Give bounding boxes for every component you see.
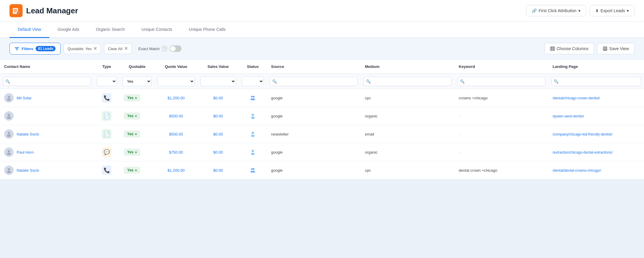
- header-left: 🔍 Lead Manager: [10, 4, 78, 17]
- landing-page-link[interactable]: /extraction/chicago-dental-extractions/: [553, 150, 613, 155]
- quotable-tag-label: Quotable: Yes: [67, 47, 91, 51]
- landing-page-cell: /dental/dental-crowns-chicago/: [548, 161, 644, 179]
- filter-source-cell: 🔍: [267, 74, 361, 89]
- landing-page-link[interactable]: /dental/chicago-crown-dentist/: [553, 96, 600, 100]
- landing-page-cell: /company/chicago-kid-friendly-dentist/: [548, 125, 644, 143]
- search-icon: 🔍: [554, 79, 558, 84]
- quotable-dropdown-button[interactable]: Yes ▾: [124, 149, 141, 156]
- app-logo-icon: 🔍: [10, 4, 23, 17]
- col-medium: Medium: [361, 60, 454, 74]
- medium-cell: organic: [361, 107, 454, 125]
- contact-name-link[interactable]: Paul Horn: [17, 150, 34, 155]
- svg-point-17: [251, 96, 253, 98]
- table-filter-row: 🔍 Yes No: [0, 74, 644, 89]
- source-filter-input[interactable]: [270, 77, 358, 86]
- chevron-down-icon: ▾: [578, 8, 580, 13]
- choose-columns-label: Choose Columns: [557, 46, 588, 51]
- filters-button[interactable]: Filters 81 Leads: [10, 43, 61, 55]
- quotable-dropdown-button[interactable]: Yes ▾: [124, 130, 141, 138]
- sales-value-cell: $0.00: [198, 89, 239, 107]
- leads-table: Contact Name Type Quotable Quote Value S…: [0, 60, 644, 179]
- app-title: Lead Manager: [26, 6, 78, 15]
- chevron-down-icon: ▾: [135, 133, 137, 136]
- chevron-down-icon: ▾: [627, 8, 629, 13]
- keyword-filter-input[interactable]: [457, 77, 545, 86]
- save-view-button[interactable]: Save View: [597, 43, 634, 54]
- quote-value: $500.00: [169, 114, 183, 118]
- filter-icon: [15, 46, 19, 51]
- col-contact-name: Contact Name: [0, 60, 94, 74]
- contact-name-cell: [0, 107, 94, 125]
- chevron-down-icon: ▾: [135, 169, 137, 172]
- exact-match-container: Exact Match ?: [135, 43, 185, 54]
- quote-value-cell: $500.00: [154, 107, 197, 125]
- filter-keyword-cell: 🔍: [454, 74, 548, 89]
- quote-value-cell: $500.00: [154, 125, 197, 143]
- medium-filter-input[interactable]: [364, 77, 452, 86]
- landing-page-link[interactable]: /company/chicago-kid-friendly-dentist/: [553, 132, 612, 136]
- status-cell: [239, 143, 267, 161]
- type-icon: 📞: [102, 165, 111, 175]
- filter-quote-value-cell: [154, 74, 197, 89]
- quotable-dropdown-button[interactable]: Yes ▾: [124, 167, 141, 174]
- svg-point-21: [8, 114, 10, 116]
- status-filter-select[interactable]: [242, 77, 264, 86]
- leads-table-container: Contact Name Type Quotable Quote Value S…: [0, 60, 644, 179]
- sales-value: $0.00: [213, 168, 223, 173]
- tab-google-ads[interactable]: Google Ads: [49, 22, 87, 38]
- quotable-dropdown-button[interactable]: Yes ▾: [124, 112, 141, 120]
- clear-all-button[interactable]: Clear All ✕: [104, 43, 132, 54]
- clear-all-x-icon[interactable]: ✕: [124, 46, 128, 51]
- keyword-cell: -: [454, 125, 548, 143]
- quote-value: $500.00: [169, 132, 183, 136]
- choose-columns-button[interactable]: Choose Columns: [544, 43, 594, 54]
- contact-name-link[interactable]: Mil Solar: [17, 96, 32, 100]
- source-cell: google: [267, 89, 361, 107]
- type-icon: 💬: [102, 147, 111, 157]
- export-button[interactable]: ⬇ Export Leads ▾: [590, 5, 635, 16]
- keyword-dash: -: [459, 132, 460, 136]
- landing-page-filter-input[interactable]: [551, 77, 641, 86]
- help-icon[interactable]: ?: [162, 46, 167, 51]
- exact-match-toggle[interactable]: [170, 45, 181, 52]
- attribution-button[interactable]: 🔗 First Click Attribution ▾: [526, 5, 586, 16]
- svg-point-28: [251, 135, 255, 137]
- tab-default-view[interactable]: Default View: [10, 22, 49, 38]
- type-filter-select[interactable]: [97, 77, 117, 86]
- col-keyword: Keyword: [454, 60, 548, 74]
- landing-page-link[interactable]: /dental/dental-crowns-chicago/: [553, 168, 601, 173]
- quotable-cell: Yes ▾: [120, 107, 155, 125]
- quotable-close-button[interactable]: ✕: [93, 46, 97, 51]
- quotable-dropdown-button[interactable]: Yes ▾: [124, 94, 141, 101]
- svg-point-24: [251, 117, 255, 119]
- svg-point-35: [251, 168, 253, 170]
- quotable-filter-select[interactable]: Yes No: [123, 77, 152, 86]
- sales-value-cell: $0.00: [198, 161, 239, 179]
- quotable-cell: Yes ▾: [120, 143, 155, 161]
- header: 🔍 Lead Manager 🔗 First Click Attribution…: [0, 0, 644, 22]
- quotable-cell: Yes ▾: [120, 161, 155, 179]
- keyword-cell: dental crown +chicago: [454, 161, 548, 179]
- svg-point-27: [252, 132, 254, 134]
- contact-name-filter-input[interactable]: [3, 77, 91, 86]
- tab-organic-search[interactable]: Organic Search: [88, 22, 133, 38]
- save-view-label: Save View: [609, 46, 629, 51]
- source-cell: google: [267, 161, 361, 179]
- nav-tabs: Default View Google Ads Organic Search U…: [0, 22, 644, 38]
- svg-point-29: [8, 150, 10, 152]
- sales-value-filter-select[interactable]: [201, 77, 236, 86]
- contact-name-link[interactable]: Natalie Socls: [17, 132, 39, 136]
- sales-value: $0.00: [213, 132, 223, 136]
- avatar: [4, 93, 14, 103]
- tab-unique-phone-calls[interactable]: Unique Phone Calls: [181, 22, 234, 38]
- status-icon: [243, 167, 263, 173]
- landing-page-link[interactable]: /queen-west-dentist: [553, 114, 584, 118]
- tab-unique-contacts[interactable]: Unique Contacts: [133, 22, 181, 38]
- keyword-dash: -: [459, 114, 460, 118]
- svg-point-25: [8, 132, 10, 134]
- contact-name-link[interactable]: Natalie Socls: [17, 168, 39, 173]
- col-source: Source: [267, 60, 361, 74]
- svg-point-38: [252, 171, 255, 173]
- col-quotable: Quotable: [120, 60, 155, 74]
- quote-value-filter-select[interactable]: [157, 77, 194, 86]
